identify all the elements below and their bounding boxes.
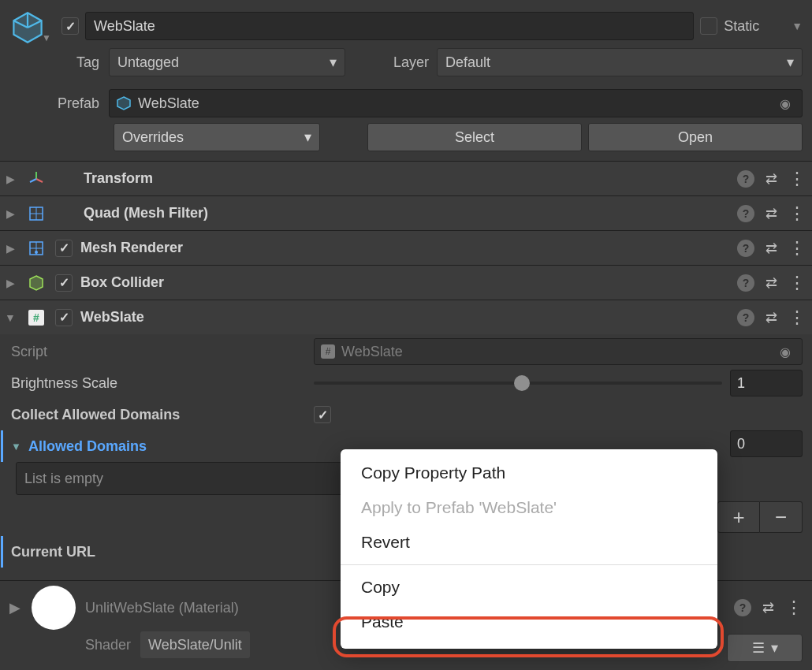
tag-label: Tag <box>55 54 102 71</box>
component-menu-icon[interactable]: ⋮ <box>788 175 806 183</box>
prefab-open-button[interactable]: Open <box>588 123 803 151</box>
svg-marker-4 <box>117 97 130 110</box>
preset-icon[interactable] <box>765 274 777 292</box>
script-reference-field: # WebSlate ◉ <box>314 338 803 365</box>
component-menu-icon[interactable]: ⋮ <box>788 279 806 287</box>
chevron-down-icon: ▾ <box>787 54 794 71</box>
component-header-webslate[interactable]: ▼ # WebSlate ? ⋮ <box>0 300 812 334</box>
shader-dropdown[interactable]: WebSlate/Unlit <box>140 631 250 658</box>
preset-icon[interactable] <box>765 205 777 222</box>
gameobject-name-input[interactable]: WebSlate <box>85 12 694 40</box>
object-picker-icon[interactable]: ◉ <box>775 96 795 111</box>
current-url-label: Current URL <box>11 544 95 560</box>
mesh-renderer-icon <box>25 240 47 257</box>
script-icon: # <box>25 310 47 326</box>
expand-arrow-icon[interactable]: ▶ <box>3 173 17 185</box>
prefab-name-text: WebSlate <box>138 95 199 112</box>
allowed-domains-list: List is empty <box>16 462 347 495</box>
preset-icon[interactable] <box>765 240 777 257</box>
expand-arrow-icon[interactable]: ▶ <box>3 242 17 255</box>
svg-line-6 <box>36 179 43 182</box>
gameobject-name-text: WebSlate <box>94 18 155 35</box>
menu-separator <box>341 564 717 565</box>
expand-arrow-icon[interactable]: ▶ <box>3 207 17 220</box>
script-hash-icon: # <box>321 344 335 359</box>
mesh-filter-icon <box>25 205 47 222</box>
gameobject-active-checkbox[interactable] <box>61 17 79 35</box>
component-enabled-checkbox[interactable] <box>55 309 73 326</box>
help-icon[interactable]: ? <box>737 170 754 188</box>
overrides-dropdown[interactable]: Overrides ▾ <box>114 123 320 151</box>
expand-arrow-icon[interactable]: ▼ <box>11 441 22 452</box>
allowed-domains-count-input[interactable]: 0 <box>730 430 803 457</box>
svg-marker-15 <box>30 276 43 290</box>
preset-icon[interactable] <box>765 309 777 326</box>
layer-label: Layer <box>375 54 430 71</box>
prefab-cube-icon <box>116 95 132 111</box>
material-name: UnlitWebSlate (Material) <box>85 600 239 616</box>
help-icon[interactable]: ? <box>737 274 754 292</box>
preset-icon[interactable] <box>765 170 777 188</box>
prefab-select-button[interactable]: Select <box>367 123 582 151</box>
tag-value: Untagged <box>117 54 179 71</box>
context-menu-paste[interactable]: Paste <box>341 605 717 639</box>
list-remove-button[interactable]: − <box>760 501 803 533</box>
context-menu-revert[interactable]: Revert <box>341 525 717 560</box>
slider-thumb[interactable] <box>514 375 530 391</box>
chevron-down-icon: ▾ <box>304 128 311 146</box>
asset-bundle-dropdown[interactable]: ☰ ▾ <box>727 634 803 662</box>
context-menu-copy-property-path[interactable]: Copy Property Path <box>341 456 717 490</box>
component-menu-icon[interactable]: ⋮ <box>785 604 803 612</box>
context-menu-apply-to-prefab: Apply to Prefab 'WebSlate' <box>341 490 717 525</box>
static-checkbox[interactable] <box>700 17 717 35</box>
chevron-down-icon: ▾ <box>771 639 778 657</box>
brightness-slider[interactable] <box>314 382 722 385</box>
brightness-value-input[interactable]: 1 <box>730 370 803 396</box>
chevron-down-icon: ▾ <box>330 54 337 71</box>
prefab-label: Prefab <box>6 95 102 112</box>
gameobject-cube-icon[interactable]: ▼ <box>6 7 55 45</box>
transform-icon <box>25 170 47 188</box>
script-label: Script <box>11 344 307 360</box>
component-menu-icon[interactable]: ⋮ <box>788 244 806 252</box>
help-icon[interactable]: ? <box>737 240 754 257</box>
prefab-reference-field[interactable]: WebSlate ◉ <box>109 89 803 117</box>
context-menu: Copy Property Path Apply to Prefab 'WebS… <box>341 449 717 649</box>
collect-allowed-domains-label: Collect Allowed Domains <box>11 407 307 423</box>
box-collider-icon <box>25 274 47 292</box>
script-value: WebSlate <box>341 344 403 360</box>
layer-value: Default <box>445 54 490 71</box>
component-header-transform[interactable]: ▶ Transform ? ⋮ <box>0 161 812 195</box>
component-enabled-checkbox[interactable] <box>55 274 73 292</box>
tag-dropdown[interactable]: Untagged ▾ <box>109 48 345 76</box>
component-header-mesh-filter[interactable]: ▶ Quad (Mesh Filter) ? ⋮ <box>0 195 812 230</box>
preset-icon[interactable] <box>762 599 774 616</box>
component-enabled-checkbox[interactable] <box>55 240 73 257</box>
static-dropdown-icon[interactable]: ▼ <box>787 20 803 32</box>
list-icon: ☰ <box>752 639 765 657</box>
component-header-box-collider[interactable]: ▶ Box Collider ? ⋮ <box>0 265 812 300</box>
expand-arrow-icon[interactable]: ▶ <box>8 599 22 616</box>
collect-allowed-domains-checkbox[interactable] <box>314 406 331 423</box>
expand-arrow-icon[interactable]: ▶ <box>3 277 17 289</box>
svg-line-7 <box>30 179 36 182</box>
component-menu-icon[interactable]: ⋮ <box>788 314 806 322</box>
expand-arrow-icon[interactable]: ▼ <box>3 311 17 324</box>
component-menu-icon[interactable]: ⋮ <box>788 210 806 218</box>
component-header-mesh-renderer[interactable]: ▶ Mesh Renderer ? ⋮ <box>0 230 812 265</box>
context-menu-copy[interactable]: Copy <box>341 570 717 605</box>
material-preview-icon <box>32 586 76 630</box>
shader-label: Shader <box>85 637 131 653</box>
allowed-domains-label[interactable]: Allowed Domains <box>28 438 147 455</box>
layer-dropdown[interactable]: Default ▾ <box>437 48 803 76</box>
help-icon[interactable]: ? <box>734 599 751 616</box>
chevron-down-icon: ▼ <box>42 32 51 43</box>
help-icon[interactable]: ? <box>737 309 754 326</box>
static-label: Static <box>724 18 780 35</box>
overrides-label: Overrides <box>122 129 184 146</box>
object-picker-icon[interactable]: ◉ <box>775 344 795 359</box>
brightness-label: Brightness Scale <box>11 375 307 392</box>
list-add-button[interactable]: + <box>717 501 760 533</box>
help-icon[interactable]: ? <box>737 205 754 222</box>
